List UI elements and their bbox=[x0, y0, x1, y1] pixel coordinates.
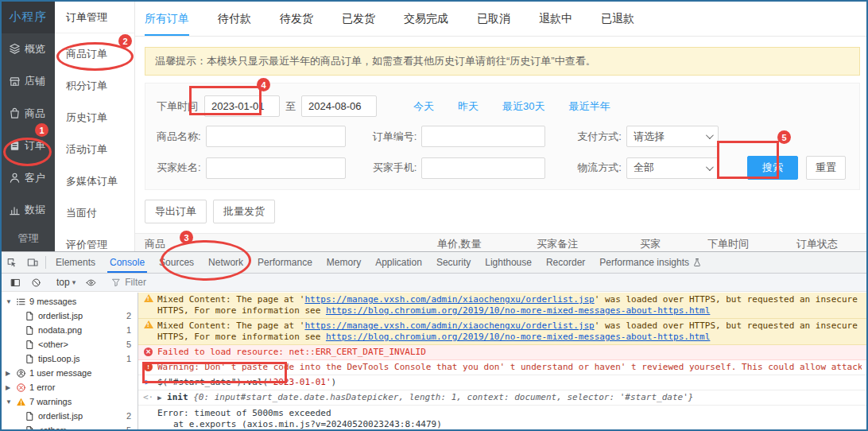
pay-method-select[interactable]: 请选择 bbox=[626, 126, 719, 147]
order-no-input[interactable] bbox=[421, 126, 545, 147]
context-value: top bbox=[56, 277, 70, 288]
submenu-item-points-orders[interactable]: 积分订单 bbox=[55, 70, 134, 102]
message-link[interactable]: https://manage.vxsh.com/admin/xiaochengx… bbox=[304, 294, 594, 305]
stack-link[interactable]: axios.min.js?v=20240520023243:8:4479 bbox=[247, 419, 436, 429]
console-context-dropdown[interactable]: top bbox=[52, 277, 80, 288]
object-text: } bbox=[688, 392, 694, 402]
tab-all-orders[interactable]: 所有订单 bbox=[145, 2, 189, 36]
end-date-input[interactable] bbox=[301, 95, 377, 117]
sidebar-item-label: 概览 bbox=[25, 42, 45, 56]
divider bbox=[45, 256, 46, 269]
sidebar-item-shop[interactable]: 店铺 bbox=[2, 65, 55, 97]
console-sidebar-group-warnings[interactable]: 7 warnings bbox=[2, 394, 138, 409]
document-icon bbox=[25, 425, 35, 430]
clear-console-button[interactable] bbox=[25, 278, 46, 288]
input-code: $("#start_date").val( bbox=[157, 377, 268, 387]
logistics-select[interactable]: 全部 bbox=[626, 157, 719, 179]
devtools-tab-performance-insights[interactable]: Performance insights bbox=[592, 252, 709, 273]
console-user-input[interactable]: > $("#start_date").val('2023-01-01') bbox=[138, 375, 866, 390]
sidebar-item-orders[interactable]: 订单 bbox=[2, 130, 55, 161]
console-sidebar-file[interactable]: orderlist.jsp 2 bbox=[2, 309, 138, 323]
object-text: , context: bbox=[456, 392, 514, 402]
submenu-list: 商品订单 积分订单 历史订单 活动订单 多媒体订单 当面付 评价管理 bbox=[55, 33, 134, 251]
flask-icon bbox=[692, 258, 702, 267]
device-toolbar-button[interactable] bbox=[22, 252, 43, 273]
quick-link-half-year[interactable]: 最近半年 bbox=[568, 99, 610, 114]
live-expression-button[interactable] bbox=[80, 278, 101, 288]
export-orders-button[interactable]: 导出订单 bbox=[145, 200, 207, 223]
sidebar-item-customers[interactable]: 客户 bbox=[2, 161, 55, 193]
console-sidebar-file[interactable]: tipsLoop.js 1 bbox=[2, 351, 138, 366]
reset-button[interactable]: 重置 bbox=[806, 156, 846, 180]
sidebar-item-manage[interactable]: 管理 bbox=[2, 226, 55, 251]
submenu-item-product-orders[interactable]: 商品订单 bbox=[55, 38, 134, 70]
sidebar-item-overview[interactable]: 概览 bbox=[2, 33, 55, 65]
tab-pending-payment[interactable]: 待付款 bbox=[218, 2, 251, 36]
buyer-phone-input[interactable] bbox=[421, 157, 545, 179]
console-sidebar-group-messages[interactable]: 9 messages bbox=[2, 294, 138, 309]
console-sidebar-toggle[interactable] bbox=[5, 278, 25, 288]
file-label: tipsLoop.js bbox=[38, 354, 80, 363]
message-link[interactable]: https://manage.vxsh.com/admin/xiaochengx… bbox=[304, 320, 594, 331]
devtools-tab-network[interactable]: Network bbox=[201, 252, 250, 273]
devtools-tab-sources[interactable]: Sources bbox=[152, 252, 201, 273]
sidebar-item-goods[interactable]: 商品 bbox=[2, 97, 55, 129]
console-sidebar-group-user-messages[interactable]: 1 user message bbox=[2, 366, 138, 380]
logistics-label: 物流方式: bbox=[577, 161, 622, 175]
devtools-tab-lighthouse[interactable]: Lighthouse bbox=[478, 252, 539, 273]
devtools-tab-application[interactable]: Application bbox=[368, 252, 429, 273]
expand-arrow-icon[interactable]: ▶ bbox=[157, 394, 161, 402]
devtools-tab-label: Performance insights bbox=[599, 257, 689, 268]
submenu-item-history-orders[interactable]: 历史订单 bbox=[55, 102, 134, 134]
devtools-tab-security[interactable]: Security bbox=[429, 252, 478, 273]
tab-cancelled[interactable]: 已取消 bbox=[477, 2, 510, 36]
tab-completed[interactable]: 交易完成 bbox=[404, 2, 448, 36]
product-name-input[interactable] bbox=[206, 126, 346, 147]
message-count: 5 bbox=[126, 340, 131, 349]
submenu-item-activity-orders[interactable]: 活动订单 bbox=[55, 134, 134, 165]
message-text: HTTPS, For more information see bbox=[157, 332, 326, 342]
message-count: 1 bbox=[126, 325, 131, 335]
chart-icon bbox=[9, 204, 21, 216]
devtools-tab-memory[interactable]: Memory bbox=[320, 252, 368, 273]
message-text: ' was loaded over HTTPS, but requested a… bbox=[595, 294, 862, 305]
col-order-status: 订单状态 bbox=[796, 237, 866, 251]
console-sidebar-file[interactable]: orderlist.jsp 2 bbox=[2, 409, 138, 423]
app-logo[interactable]: 小程序 bbox=[2, 2, 55, 33]
submenu-item-f2f-pay[interactable]: 当面付 bbox=[55, 197, 134, 229]
submenu-item-media-orders[interactable]: 多媒体订单 bbox=[55, 165, 134, 197]
message-link[interactable]: https://blog.chromium.org/2019/10/no-mor… bbox=[326, 332, 710, 342]
tab-shipped[interactable]: 已发货 bbox=[342, 2, 375, 36]
document-icon bbox=[25, 354, 35, 364]
devtools-tab-console[interactable]: Console bbox=[103, 252, 152, 273]
quick-link-last30[interactable]: 最近30天 bbox=[502, 99, 544, 114]
search-button[interactable]: 搜索 bbox=[747, 156, 798, 180]
sidebar-item-data[interactable]: 数据 bbox=[2, 194, 55, 226]
buyer-phone-label: 买家手机: bbox=[373, 161, 417, 175]
tab-pending-shipment[interactable]: 待发货 bbox=[280, 2, 313, 36]
console-sidebar-file[interactable]: <other> 5 bbox=[2, 337, 138, 351]
devtools-tab-performance[interactable]: Performance bbox=[250, 252, 320, 273]
quick-link-yesterday[interactable]: 昨天 bbox=[458, 99, 479, 114]
buyer-name-input[interactable] bbox=[206, 157, 346, 179]
user-icon bbox=[16, 368, 26, 379]
submenu-item-review-mgmt[interactable]: 评价管理 bbox=[55, 229, 134, 251]
tab-refunding[interactable]: 退款中 bbox=[539, 2, 572, 36]
message-link[interactable]: https://blog.chromium.org/2019/10/no-mor… bbox=[326, 305, 710, 316]
message-count: 1 bbox=[126, 354, 131, 363]
devtools-tab-recorder[interactable]: Recorder bbox=[539, 252, 592, 273]
inspect-cursor-icon bbox=[6, 257, 17, 268]
console-sidebar-file[interactable]: nodata.png 1 bbox=[2, 323, 138, 337]
inspect-element-button[interactable] bbox=[2, 252, 22, 273]
start-date-input[interactable] bbox=[204, 95, 280, 117]
console-sidebar-group-errors[interactable]: 1 error bbox=[2, 380, 138, 394]
quick-link-today[interactable]: 今天 bbox=[413, 99, 434, 114]
tab-refunded[interactable]: 已退款 bbox=[601, 2, 634, 36]
batch-ship-button[interactable]: 批量发货 bbox=[213, 200, 275, 223]
stack-frame: at e.exports ( bbox=[173, 419, 247, 429]
group-label: 1 user message bbox=[29, 368, 91, 378]
console-sidebar-file[interactable]: <other> 5 bbox=[2, 423, 138, 429]
console-filter-input[interactable]: Filter bbox=[107, 277, 151, 288]
buyer-name-label: 买家姓名: bbox=[157, 161, 201, 175]
devtools-tab-elements[interactable]: Elements bbox=[48, 252, 103, 273]
